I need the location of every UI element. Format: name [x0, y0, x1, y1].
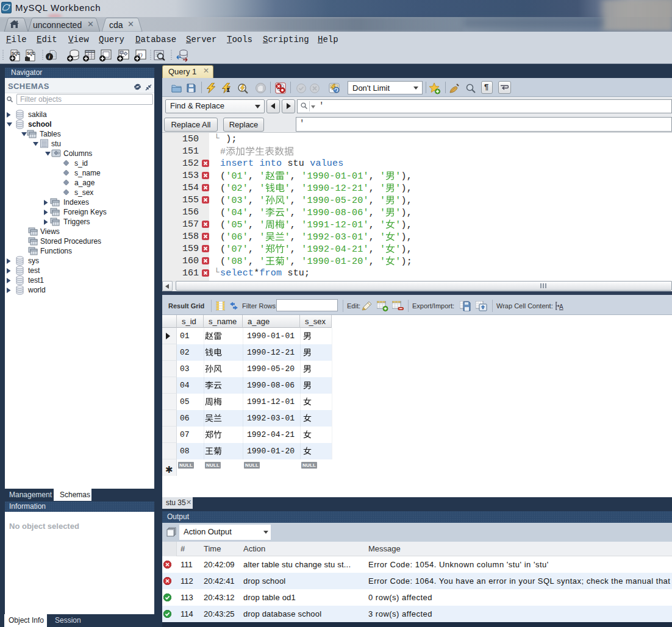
svg-text:A: A — [559, 303, 563, 310]
svg-text:SQL: SQL — [27, 51, 35, 56]
